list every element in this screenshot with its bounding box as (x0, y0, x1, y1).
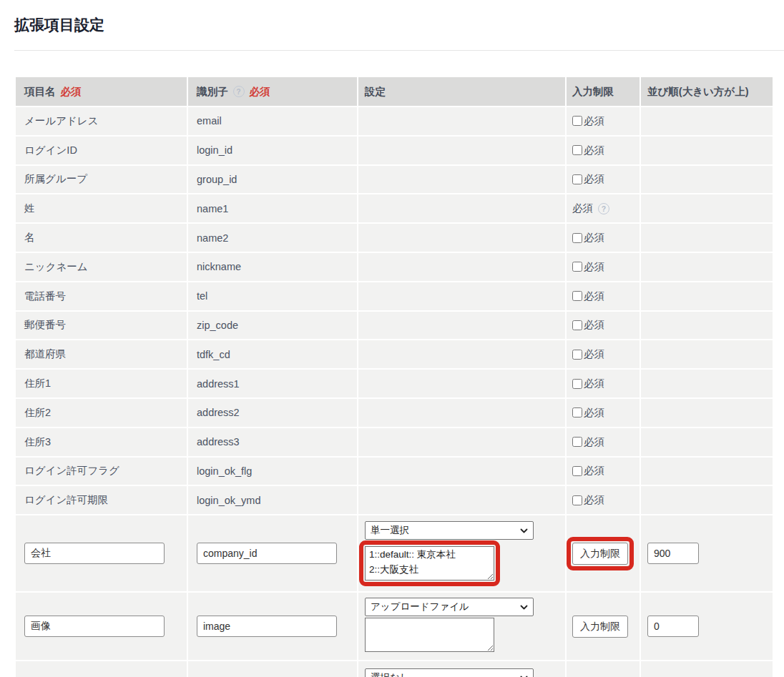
field-identifier-label: login_id (197, 144, 232, 156)
required-label: 必須 (584, 493, 604, 507)
required-checkbox[interactable] (572, 262, 582, 272)
required-label: 必須 (584, 464, 604, 478)
field-name-label: メールアドレス (24, 114, 99, 128)
field-name-label: 名 (24, 231, 35, 244)
options-textarea[interactable] (365, 618, 494, 652)
item-name-input[interactable] (24, 616, 165, 637)
required-checkbox[interactable] (572, 350, 582, 360)
table-row-image: アップロードファイル 入力制限 (16, 593, 773, 660)
input-restriction-button[interactable]: 入力制限 (572, 616, 628, 638)
field-identifier-label: name1 (197, 203, 228, 214)
table-row: 郵便番号 zip_code 必須 (16, 312, 773, 340)
col-header-item-name: 項目名 (24, 85, 56, 99)
identifier-input[interactable] (197, 616, 337, 637)
required-checkbox[interactable] (572, 291, 582, 301)
col-header-identifier: 識別子 (197, 85, 228, 99)
chevron-down-icon (520, 527, 528, 535)
identifier-input[interactable] (197, 543, 337, 564)
table-row: 住所2 address2 必須 (16, 399, 773, 427)
table-row: ログインID login_id 必須 (16, 137, 773, 164)
type-select[interactable]: アップロードファイル (365, 598, 534, 616)
required-checkbox[interactable] (572, 145, 582, 155)
required-label: 必須 (584, 347, 604, 361)
field-name-label: ログイン許可期限 (24, 493, 108, 507)
table-row: ニックネーム nickname 必須 (16, 253, 773, 281)
col-header-sort-order: 並び順(大きい方が上) (647, 85, 749, 99)
required-badge: 必須 (61, 85, 82, 99)
table-header-row: 項目名 必須 識別子 ? 必須 設定 入力制限 並び順(大きい方が上) (16, 77, 773, 106)
required-label: 必須 (584, 144, 604, 157)
table-row: 電話番号 tel 必須 (16, 282, 773, 310)
red-highlight-marker: 入力制限 (567, 537, 634, 570)
required-label: 必須 (584, 435, 604, 449)
type-select-value: アップロードファイル (371, 601, 469, 613)
options-textarea[interactable]: 1::default:: 東京本社 2::大阪支社 (365, 546, 494, 580)
field-identifier-label: tel (197, 290, 207, 302)
field-name-label: 電話番号 (24, 290, 66, 303)
table-row: ログイン許可期限 login_ok_ymd 必須 (16, 486, 773, 514)
field-identifier-label: address3 (197, 436, 240, 448)
field-name-label: 郵便番号 (24, 318, 66, 332)
field-name-label: 住所3 (24, 435, 51, 449)
field-identifier-label: name2 (197, 232, 228, 244)
required-label: 必須 (584, 377, 604, 390)
field-name-label: 住所2 (24, 406, 51, 420)
field-name-label: 住所1 (24, 377, 51, 390)
type-select[interactable]: 単一選択 (365, 521, 534, 540)
required-label: 必須 (584, 406, 604, 420)
chevron-down-icon (520, 674, 528, 677)
table-row: 所属グループ group_id 必須 (16, 166, 773, 194)
table-row: 住所3 address3 必須 (16, 428, 773, 456)
required-checkbox[interactable] (572, 495, 582, 505)
chevron-down-icon (520, 603, 528, 611)
page-title: 拡張項目設定 (0, 0, 784, 35)
required-label: 必須 (584, 114, 604, 128)
field-name-label: 姓 (24, 202, 35, 215)
type-select[interactable]: 選択なし (365, 668, 534, 677)
field-identifier-label: login_ok_flg (197, 465, 252, 477)
sort-order-input[interactable] (647, 543, 699, 564)
required-checkbox[interactable] (572, 320, 582, 330)
type-select-value: 単一選択 (371, 524, 409, 537)
required-label: 必須 (572, 202, 593, 215)
table-row: メールアドレス email 必須 (16, 107, 773, 135)
field-name-label: 都道府県 (24, 347, 66, 361)
type-select-value: 選択なし (371, 671, 410, 677)
sort-order-input[interactable] (647, 616, 699, 637)
field-identifier-label: zip_code (197, 320, 238, 331)
help-icon[interactable]: ? (233, 86, 245, 97)
field-identifier-label: group_id (197, 174, 237, 185)
required-checkbox[interactable] (572, 116, 582, 126)
item-name-input[interactable] (24, 543, 165, 564)
field-identifier-label: email (197, 115, 222, 127)
table-row-company: 単一選択 1::default:: 東京本社 2::大阪支社 入力制限 (16, 515, 773, 591)
col-header-settings: 設定 (365, 85, 386, 99)
required-label: 必須 (584, 260, 604, 274)
required-badge: 必須 (250, 85, 270, 99)
required-label: 必須 (584, 318, 604, 332)
input-restriction-button[interactable]: 入力制限 (572, 543, 628, 565)
table-row: 姓 name1 必須 ? (16, 194, 773, 222)
red-highlight-marker: 1::default:: 東京本社 2::大阪支社 (359, 540, 500, 586)
required-label: 必須 (584, 290, 604, 303)
table-row-partial: 選択なし (16, 661, 773, 677)
field-name-label: ログインID (24, 144, 77, 157)
table-row: ログイン許可フラグ login_ok_flg 必須 (16, 458, 773, 485)
required-checkbox[interactable] (572, 466, 582, 476)
required-checkbox[interactable] (572, 407, 582, 417)
extended-items-table: 項目名 必須 識別子 ? 必須 設定 入力制限 並び順(大きい方が上) メールア… (16, 77, 773, 677)
table-row: 住所1 address1 必須 (16, 370, 773, 397)
table-row: 都道府県 tdfk_cd 必須 (16, 340, 773, 368)
field-identifier-label: tdfk_cd (197, 349, 230, 360)
help-icon[interactable]: ? (598, 203, 609, 214)
required-checkbox[interactable] (572, 379, 582, 389)
field-identifier-label: address2 (197, 407, 240, 418)
required-checkbox[interactable] (572, 437, 582, 447)
required-label: 必須 (584, 231, 604, 244)
table-row: 名 name2 必須 (16, 224, 773, 252)
required-checkbox[interactable] (572, 174, 582, 184)
field-identifier-label: login_ok_ymd (197, 495, 260, 506)
field-name-label: ニックネーム (24, 260, 88, 274)
required-checkbox[interactable] (572, 233, 582, 243)
field-identifier-label: address1 (197, 378, 240, 390)
